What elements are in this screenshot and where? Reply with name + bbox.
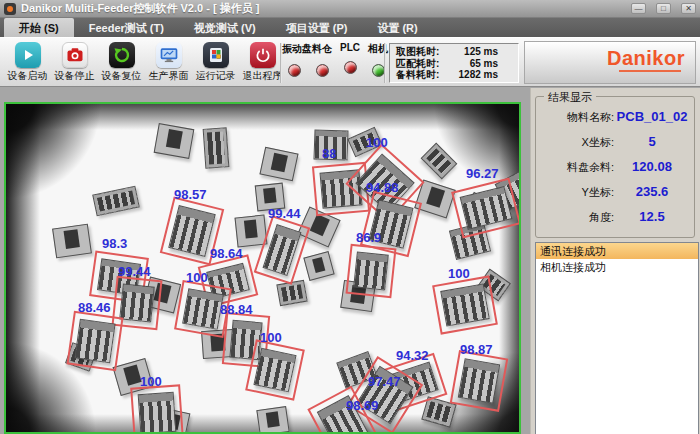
vibration-plate-led bbox=[288, 64, 301, 77]
toolbar: 设备启动 设备停止 设备复位 bbox=[0, 37, 700, 87]
status-plc: PLC bbox=[338, 42, 362, 77]
reset-arrow-icon bbox=[109, 42, 135, 68]
component bbox=[182, 288, 224, 330]
component bbox=[52, 224, 92, 259]
status-magazine: 料仓 bbox=[310, 42, 334, 77]
detection-box bbox=[245, 339, 305, 400]
camera-led bbox=[372, 64, 385, 77]
y-coord-value: 235.6 bbox=[614, 184, 690, 199]
component bbox=[203, 127, 230, 169]
detection-score: 94.32 bbox=[396, 348, 429, 363]
danikor-logo: Danikor bbox=[525, 48, 685, 68]
tray-remaining-label: 料盘余料: bbox=[540, 160, 614, 175]
right-panel: 结果显示 物料名称: PCB_01_02 X坐标: 5 料盘余料: 120.08… bbox=[530, 88, 700, 434]
list-item-camera-connected[interactable]: 相机连接成功 bbox=[536, 259, 698, 275]
component bbox=[440, 283, 490, 326]
maximize-button[interactable]: □ bbox=[656, 3, 671, 14]
menu-project-settings[interactable]: 项目设置 (P) bbox=[271, 18, 363, 37]
component bbox=[353, 251, 389, 290]
menu-bar: 开始 (S) Feeder测试 (T) 视觉测试 (V) 项目设置 (P) 设置… bbox=[0, 18, 700, 37]
status-vibration-plate-label: 振动盘 bbox=[282, 42, 306, 56]
angle-value: 12.5 bbox=[614, 209, 690, 224]
results-groupbox: 结果显示 物料名称: PCB_01_02 X坐标: 5 料盘余料: 120.08… bbox=[535, 96, 695, 238]
device-start-button[interactable]: 设备启动 bbox=[4, 40, 51, 83]
exit-app-label: 退出程序 bbox=[239, 69, 286, 83]
component bbox=[92, 186, 140, 217]
menu-vision-test[interactable]: 视觉测试 (V) bbox=[179, 18, 271, 37]
detection-score: 100 bbox=[366, 135, 388, 150]
prepare-time-row: 备料耗时: 1282 ms bbox=[396, 69, 512, 80]
x-coord-row: X坐标: 5 bbox=[540, 134, 690, 150]
status-camera-label: 相机 bbox=[366, 42, 390, 56]
status-camera: 相机 bbox=[366, 42, 390, 77]
run-log-button[interactable]: 运行记录 bbox=[192, 40, 239, 83]
component bbox=[263, 224, 302, 276]
status-magazine-label: 料仓 bbox=[310, 42, 334, 56]
detection-score: 98.57 bbox=[174, 187, 207, 202]
exit-app-button[interactable]: 退出程序 bbox=[239, 40, 286, 83]
y-coord-label: Y坐标: bbox=[540, 185, 614, 200]
match-time-label: 匹配耗时: bbox=[396, 58, 439, 69]
component bbox=[256, 406, 289, 434]
component bbox=[421, 143, 458, 180]
component bbox=[168, 205, 216, 257]
results-title: 结果显示 bbox=[544, 90, 596, 105]
detection-score: 100 bbox=[140, 374, 162, 389]
tray-remaining-row: 料盘余料: 120.08 bbox=[540, 159, 690, 175]
production-ui-button[interactable]: 生产界面 bbox=[145, 40, 192, 83]
material-name-row: 物料名称: PCB_01_02 bbox=[540, 109, 690, 125]
material-name-value: PCB_01_02 bbox=[614, 109, 690, 124]
main-area: 8810094.8896.2798.5799.4498.386.998.6499… bbox=[0, 87, 700, 434]
detection-box bbox=[346, 244, 397, 299]
device-start-label: 设备启动 bbox=[4, 69, 51, 83]
minimize-button[interactable]: — bbox=[631, 3, 646, 14]
component bbox=[303, 251, 334, 281]
production-ui-label: 生产界面 bbox=[145, 69, 192, 83]
monitor-icon bbox=[156, 42, 182, 68]
detection-score: 100 bbox=[448, 266, 470, 281]
detection-score: 98.3 bbox=[102, 236, 127, 251]
detection-score: 88.46 bbox=[78, 300, 111, 315]
detection-box bbox=[432, 275, 498, 334]
list-item-comm-connected[interactable]: 通讯连接成功 bbox=[536, 243, 698, 259]
match-time-row: 匹配耗时: 65 ms bbox=[396, 58, 512, 69]
menu-start[interactable]: 开始 (S) bbox=[4, 18, 74, 37]
prepare-time-label: 备料耗时: bbox=[396, 69, 439, 80]
component bbox=[74, 319, 115, 364]
close-button[interactable]: ✕ bbox=[681, 3, 696, 14]
x-coord-value: 5 bbox=[614, 134, 690, 149]
status-vibration-plate: 振动盘 bbox=[282, 42, 306, 77]
menu-settings[interactable]: 设置 (R) bbox=[362, 18, 432, 37]
component bbox=[119, 283, 155, 322]
detection-score: 94.88 bbox=[366, 180, 399, 195]
component bbox=[460, 186, 513, 230]
detection-score: 99.44 bbox=[118, 264, 151, 279]
component bbox=[138, 392, 177, 434]
component bbox=[253, 348, 296, 393]
tray-remaining-value: 120.08 bbox=[614, 159, 690, 174]
timing-panel: 取图耗时: 125 ms 匹配耗时: 65 ms 备料耗时: 1282 ms bbox=[389, 43, 519, 83]
title-bar[interactable]: Danikor Muliti-Feeder控制软件 V2.0 - [ 操作员 ]… bbox=[0, 0, 700, 18]
detection-score: 96.27 bbox=[466, 166, 499, 181]
component bbox=[458, 358, 500, 404]
camera-icon bbox=[62, 42, 88, 68]
magazine-led bbox=[316, 64, 329, 77]
device-stop-button[interactable]: 设备停止 bbox=[51, 40, 98, 83]
angle-label: 角度: bbox=[540, 210, 614, 225]
detection-box bbox=[451, 177, 521, 238]
component bbox=[259, 147, 298, 181]
logo-tagline bbox=[619, 70, 681, 72]
y-coord-row: Y坐标: 235.6 bbox=[540, 184, 690, 200]
x-coord-label: X坐标: bbox=[540, 135, 614, 150]
match-time-value: 65 ms bbox=[470, 58, 512, 69]
menu-feeder-test[interactable]: Feeder测试 (T) bbox=[74, 18, 179, 37]
window-title: Danikor Muliti-Feeder控制软件 V2.0 - [ 操作员 ] bbox=[21, 1, 259, 16]
run-log-label: 运行记录 bbox=[192, 69, 239, 83]
detection-score: 98.64 bbox=[210, 246, 243, 261]
device-reset-label: 设备复位 bbox=[98, 69, 145, 83]
material-name-label: 物料名称: bbox=[540, 110, 614, 125]
status-plc-label: PLC bbox=[338, 42, 362, 53]
angle-row: 角度: 12.5 bbox=[540, 209, 690, 225]
device-reset-button[interactable]: 设备复位 bbox=[98, 40, 145, 83]
detection-score: 100 bbox=[186, 270, 208, 285]
